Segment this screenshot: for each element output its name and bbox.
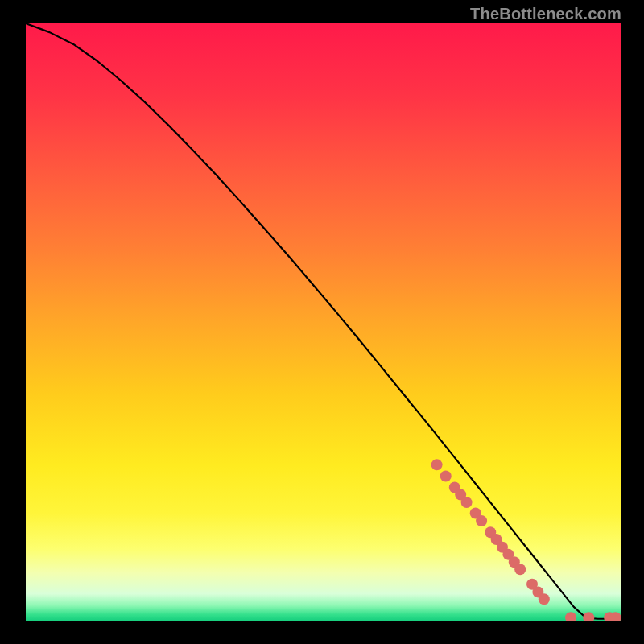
data-marker	[461, 497, 473, 508]
data-marker	[440, 470, 452, 481]
data-markers	[431, 459, 621, 621]
data-marker	[514, 564, 526, 575]
watermark-label: TheBottleneck.com	[470, 5, 621, 23]
data-marker	[539, 593, 550, 605]
data-marker	[565, 612, 576, 621]
data-marker	[583, 612, 594, 621]
data-marker	[431, 459, 443, 470]
main-curve	[26, 23, 621, 619]
plot-area	[26, 23, 621, 621]
chart-stage: TheBottleneck.com	[0, 0, 644, 644]
data-marker	[476, 515, 487, 526]
curve-layer	[26, 23, 621, 621]
